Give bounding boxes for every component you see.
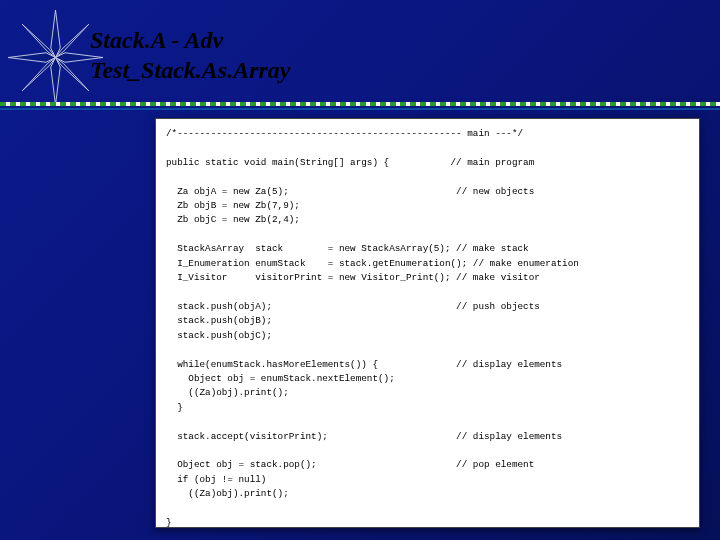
slide-title: Stack.A - Adv Test_Stack.As.Array <box>90 25 290 85</box>
divider-rule <box>0 102 720 114</box>
starburst-decoration <box>8 10 103 105</box>
svg-marker-2 <box>51 58 61 106</box>
svg-marker-6 <box>22 58 55 91</box>
svg-marker-4 <box>56 24 89 57</box>
svg-marker-0 <box>51 10 61 58</box>
code-listing: /*--------------------------------------… <box>155 118 700 528</box>
svg-marker-5 <box>56 58 89 91</box>
svg-marker-3 <box>8 53 56 63</box>
title-line-1: Stack.A - Adv <box>90 25 290 55</box>
svg-marker-7 <box>22 24 55 57</box>
title-line-2: Test_Stack.As.Array <box>90 55 290 85</box>
